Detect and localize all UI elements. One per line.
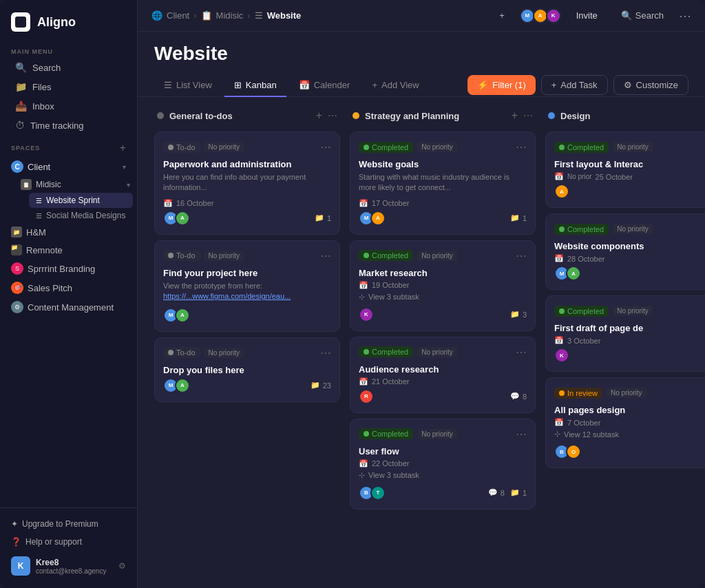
av-layout-1: A [554,184,569,199]
card-title-drop: Drop you files here [163,365,331,375]
card-website-goals[interactable]: Completed No priority ⋯ Website goals St… [350,132,536,235]
sidebar-item-social-media[interactable]: ☰ Social Media Designs [29,208,133,223]
sidebar-item-sprrint[interactable]: S Sprrrint Branding [0,259,137,278]
card-menu-find[interactable]: ⋯ [320,249,331,262]
card-all-pages[interactable]: In review No priority ⋯ All pages design… [545,377,705,468]
sidebar-item-inbox[interactable]: 📥 Inbox [4,96,133,116]
sales-label: Sales Pitch [28,283,72,293]
customize-label: Customize [636,80,678,90]
status-audience: Completed [359,346,413,357]
breadcrumb-website[interactable]: Website [267,10,302,21]
website-sprint-label: Website Sprint [46,196,100,205]
files-count: 1 [327,214,331,222]
column-general-label: General to-dos [169,111,233,121]
sidebar-item-client[interactable]: C Client ▾ [0,157,137,176]
sidebar-inbox-label: Inbox [32,101,54,112]
app-logo[interactable]: Aligno [0,0,137,41]
tab-add-view[interactable]: + Add View [362,74,428,97]
add-button[interactable]: + [491,7,513,24]
help-button[interactable]: ❓ Help or support [0,533,137,551]
status-draft: Completed [554,306,609,317]
column-general-add[interactable]: + [316,109,322,122]
ham-icon: 📁 [11,227,22,238]
card-footer-audience: R 💬 8 [359,389,527,404]
column-general-menu[interactable]: ⋯ [328,110,337,121]
column-general-title: General to-dos [157,111,233,121]
folder-market: 📁 [510,310,520,319]
card-menu-goals[interactable]: ⋯ [516,140,527,154]
card-first-layout[interactable]: Completed No priority ⋯ First layout & I… [545,132,705,208]
card-date-flow: 📅 22 October [359,459,527,468]
invite-button[interactable]: Invite [568,7,606,24]
column-design: Design + ⋯ Completed No priority [545,105,705,468]
search-button[interactable]: 🔍 Search [613,7,672,24]
card-website-components[interactable]: Completed No priority ⋯ Website componen… [545,213,705,290]
card-avatars: M A [163,211,190,226]
card-find-project[interactable]: To-do No priority ⋯ Find your project he… [154,240,340,332]
col-dot-yellow [352,112,359,119]
card-flow-top: Completed No priority ⋯ [359,428,527,441]
card-footer-goals: M A 📁 1 [359,211,527,226]
topbar-avatar-3: K [546,8,561,23]
column-strategy-header: Strategy and Planning + ⋯ [350,105,536,126]
figma-link[interactable]: https://...www.figma.com/design/eau... [163,292,291,300]
card-first-draft[interactable]: Completed No priority ⋯ First draft of p… [545,295,705,372]
tab-calendar[interactable]: 📅 Calender [289,74,360,97]
sidebar-item-content[interactable]: ⚙ Content Management [0,297,137,317]
card-paperwork[interactable]: To-do No priority ⋯ Paperwork and admini… [154,132,340,235]
subtask-icon-market: ⊹ [359,293,365,302]
card-menu-audience[interactable]: ⋯ [516,346,527,359]
card-drop-files[interactable]: To-do No priority ⋯ Drop you files here … [154,337,340,402]
menu-button[interactable]: ⋯ [679,8,691,23]
breadcrumb-sep-1: › [193,10,196,21]
sidebar-item-website-sprint[interactable]: ☰ Website Sprint [29,193,133,208]
card-menu-paperwork[interactable]: ⋯ [320,140,331,154]
sidebar-item-midisic[interactable]: 📋 Midisic ▾ [14,176,137,193]
sidebar-item-search[interactable]: 🔍 Search [4,58,133,77]
sidebar-item-sales[interactable]: 🎯 Sales Pitch [0,278,137,297]
card-footer-drop: M A 📁 23 [163,378,331,393]
dot-flow [364,431,369,437]
column-strategy-menu[interactable]: ⋯ [523,110,533,121]
card-audience[interactable]: Completed No priority ⋯ Audience researc… [350,337,536,413]
card-menu-market[interactable]: ⋯ [516,249,527,262]
status-row-comp: Completed No priority [554,224,653,235]
status-comp: Completed [554,224,609,235]
breadcrumb-icon-client: 🌐 [151,10,162,21]
card-draft-top: Completed No priority ⋯ [554,304,705,317]
card-menu-flow[interactable]: ⋯ [516,428,527,441]
breadcrumb-client[interactable]: Client [167,10,189,21]
column-strategy-add[interactable]: + [512,109,518,122]
status-flow-label: Completed [372,430,408,438]
spaces-label: SPACES [11,145,40,151]
avatars-audience: R [359,389,374,404]
card-market-research[interactable]: Completed No priority ⋯ Market research … [350,240,536,331]
card-title-pages: All pages design [554,405,705,415]
card-user-flow[interactable]: Completed No priority ⋯ User flow 📅 22 O… [350,419,536,510]
main-menu-label: MAIN MENU [0,41,137,58]
sidebar-item-time-tracking[interactable]: ⏱ Time tracking [4,116,133,135]
tab-kanban[interactable]: ⊞ Kanban [224,74,286,97]
files-goals: 📁 1 [510,213,527,222]
card-paperwork-top: To-do No priority ⋯ [163,140,331,154]
column-design-header: Design + ⋯ [545,105,705,126]
add-task-button[interactable]: + Add Task [541,75,608,95]
spaces-add-button[interactable]: + [120,142,126,154]
col-dot-blue [548,112,555,119]
sidebar-item-ham[interactable]: 📁 H&M [0,223,137,241]
sidebar-item-files[interactable]: 📁 Files [4,77,133,96]
card-date-paperwork: 📅 16 October [163,199,331,208]
customize-icon: ⚙ [624,80,632,90]
breadcrumb-midisic[interactable]: Midisic [216,10,244,21]
tab-list-view[interactable]: ☰ List View [154,74,222,97]
card-menu-drop[interactable]: ⋯ [320,346,331,359]
status-todo-label: To-do [176,143,196,151]
filter-button[interactable]: ⚡ Filter (1) [467,75,535,95]
av-audience-1: R [359,389,374,404]
card-title-goals: Website goals [359,159,527,169]
upgrade-button[interactable]: ✦ Upgrade to Premium [0,515,137,533]
status-pages: In review [554,388,602,399]
customize-button[interactable]: ⚙ Customize [613,75,688,95]
user-profile[interactable]: K Kree8 contact@kree8.agency ⚙ [0,551,137,581]
sidebar-item-remnote[interactable]: 📁 Remnote [0,241,137,259]
